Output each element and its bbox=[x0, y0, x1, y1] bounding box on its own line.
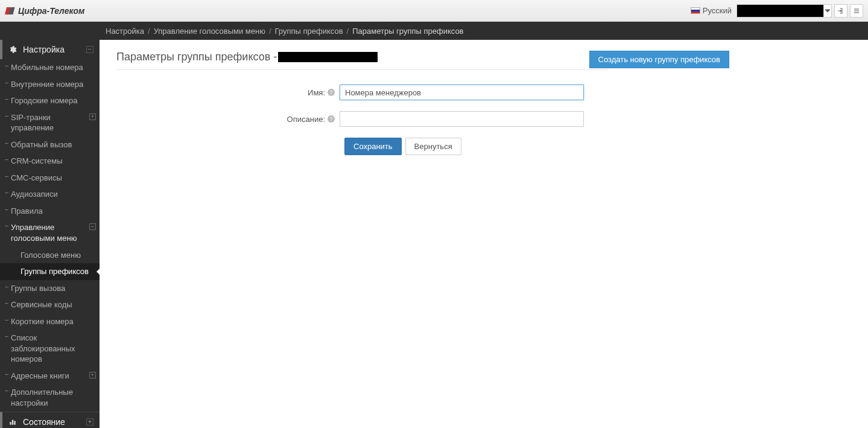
sidebar-item-blocklist[interactable]: Список заблокированных номеров bbox=[0, 330, 100, 368]
sidebar-item-audio[interactable]: Аудиозаписи bbox=[0, 186, 100, 203]
sidebar-item-sip[interactable]: SIP-транки управление+ bbox=[0, 109, 100, 136]
flag-ru-icon bbox=[691, 7, 700, 14]
language-selector[interactable]: Русский bbox=[691, 6, 732, 15]
sidebar-item-internal[interactable]: Внутренние номера bbox=[0, 76, 100, 93]
sidebar-item-extra-settings[interactable]: Дополнительные настройки bbox=[0, 384, 100, 411]
user-dropdown[interactable] bbox=[737, 4, 824, 18]
title-underline bbox=[116, 69, 608, 70]
top-header: Цифра-Телеком Русский bbox=[0, 0, 868, 22]
brand-text: Цифра-Телеком bbox=[18, 6, 84, 16]
sidebar-sub-prefix-groups[interactable]: Группы префиксов bbox=[0, 263, 100, 280]
page-title: Параметры группы префиксов - bbox=[116, 51, 851, 63]
sidebar-item-callback[interactable]: Обратный вызов bbox=[0, 136, 100, 153]
crumb-settings[interactable]: Настройка bbox=[106, 27, 144, 36]
redacted-name bbox=[278, 52, 378, 62]
sidebar-sub-voice-menu[interactable]: Голосовое меню bbox=[0, 247, 100, 264]
sidebar-section-settings[interactable]: Настройка − bbox=[0, 40, 100, 59]
crumb-sep: / bbox=[347, 27, 349, 36]
sidebar-status-label: Состояние bbox=[23, 417, 65, 427]
crumb-sep: / bbox=[269, 27, 271, 36]
hamburger-icon bbox=[853, 7, 860, 14]
collapse-icon[interactable]: − bbox=[86, 46, 93, 53]
sidebar: Настройка − Мобильные номера Внутренние … bbox=[0, 40, 100, 428]
logo-icon bbox=[5, 5, 16, 16]
svg-rect-1 bbox=[12, 420, 13, 424]
svg-rect-2 bbox=[14, 421, 15, 424]
save-button[interactable]: Сохранить bbox=[344, 138, 402, 155]
caret-down-icon bbox=[824, 7, 831, 14]
svg-rect-0 bbox=[10, 422, 11, 425]
crumb-prefix-groups[interactable]: Группы префиксов bbox=[275, 27, 343, 36]
name-label: Имя: ? bbox=[116, 88, 340, 97]
sidebar-item-service-codes[interactable]: Сервисные коды bbox=[0, 296, 100, 313]
sidebar-item-short-numbers[interactable]: Короткие номера bbox=[0, 313, 100, 330]
sidebar-item-sms[interactable]: СМС-сервисы bbox=[0, 170, 100, 187]
brand-logo[interactable]: Цифра-Телеком bbox=[5, 5, 84, 16]
sidebar-settings-label: Настройка bbox=[23, 45, 65, 54]
create-prefix-group-button[interactable]: Создать новую группу префиксов bbox=[589, 51, 730, 68]
expand-icon[interactable]: + bbox=[89, 372, 96, 378]
name-input[interactable] bbox=[340, 85, 584, 100]
sidebar-item-call-groups[interactable]: Группы вызова bbox=[0, 280, 100, 297]
sidebar-item-mobile[interactable]: Мобильные номера bbox=[0, 59, 100, 76]
logout-icon bbox=[837, 7, 844, 14]
sidebar-item-city[interactable]: Городские номера bbox=[0, 92, 100, 109]
main-content: Создать новую группу префиксов Параметры… bbox=[100, 40, 868, 428]
language-label: Русский bbox=[703, 6, 732, 15]
crumb-sep: / bbox=[148, 27, 150, 36]
sidebar-item-address-books[interactable]: Адресные книги+ bbox=[0, 368, 100, 385]
logout-button[interactable] bbox=[834, 4, 847, 18]
crumb-current: Параметры группы префиксов bbox=[352, 27, 463, 36]
expand-icon[interactable]: + bbox=[86, 418, 93, 426]
description-label: Описание: ? bbox=[116, 115, 340, 124]
user-dropdown-arrow[interactable] bbox=[823, 4, 832, 18]
sidebar-item-ivr[interactable]: Управление голосовыми меню− bbox=[0, 219, 100, 246]
sidebar-section-status[interactable]: Состояние + bbox=[0, 412, 100, 428]
gear-icon bbox=[8, 45, 17, 54]
menu-button[interactable] bbox=[850, 4, 863, 18]
back-button[interactable]: Вернуться bbox=[405, 138, 461, 155]
crumb-ivr[interactable]: Управление голосовыми меню bbox=[154, 27, 265, 36]
breadcrumb: Настройка / Управление голосовыми меню /… bbox=[0, 22, 868, 40]
collapse-icon[interactable]: − bbox=[89, 223, 96, 230]
sidebar-item-crm[interactable]: CRM-системы bbox=[0, 153, 100, 170]
sidebar-item-rules[interactable]: Правила bbox=[0, 203, 100, 220]
bar-chart-icon bbox=[8, 418, 17, 426]
expand-icon[interactable]: + bbox=[89, 113, 96, 120]
help-icon[interactable]: ? bbox=[328, 115, 335, 123]
help-icon[interactable]: ? bbox=[328, 89, 335, 96]
description-input[interactable] bbox=[340, 111, 584, 127]
